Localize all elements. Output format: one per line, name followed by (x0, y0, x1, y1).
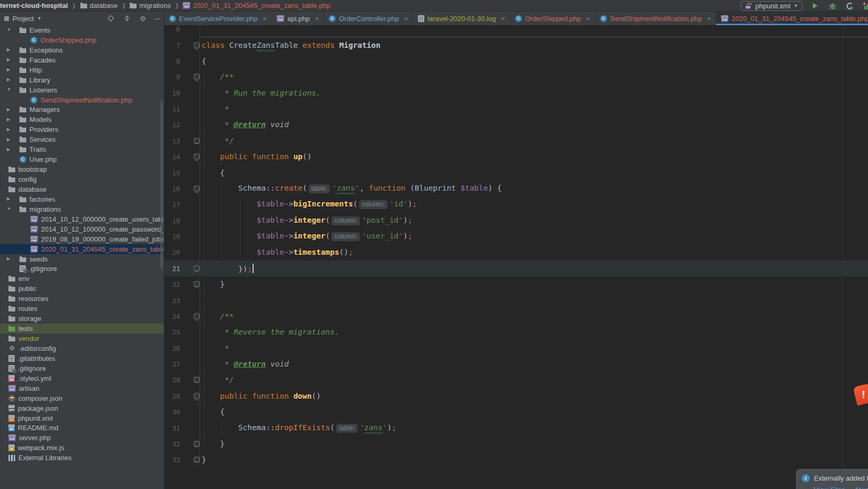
code-line[interactable]: 9 /** (164, 69, 868, 85)
tree-expand-arrow-icon[interactable]: ▶ (7, 137, 12, 142)
code-line[interactable]: 6 (164, 25, 868, 37)
code-line[interactable]: 12 * @return void (164, 117, 868, 132)
editor-tab[interactable]: CSendShipmentNotification.php× (595, 12, 716, 25)
breadcrumb-item[interactable]: 2020_01_31_204545_create_zans_table.php (183, 2, 330, 9)
tree-row[interactable]: ▶seeds (0, 254, 164, 264)
tree-row[interactable]: ▶Traits (0, 144, 164, 154)
tree-row[interactable]: COrderShipped.php (0, 35, 164, 45)
code-line[interactable]: 10 * Run the migrations. (164, 85, 868, 101)
tree-row[interactable]: .gitignore (0, 264, 164, 274)
tree-row[interactable]: ▼Events (0, 25, 164, 35)
tree-row[interactable]: 2014_10_12_100000_create_password_resets… (0, 224, 164, 234)
code-line[interactable]: 30 { (164, 404, 868, 420)
tree-expand-arrow-icon[interactable]: ▶ (0, 316, 1, 321)
tree-row[interactable]: ▶storage (0, 314, 164, 324)
tree-row[interactable]: ▶env (0, 274, 164, 284)
tree-row[interactable]: ▶routes (0, 304, 164, 314)
tree-row[interactable]: artisan (0, 383, 164, 393)
fold-end-icon[interactable] (194, 457, 200, 463)
code-line[interactable]: 7class CreateZansTable extends Migration (164, 37, 868, 53)
tree-row[interactable]: ▶Http (0, 65, 164, 75)
code-line[interactable]: 22 } (164, 276, 868, 292)
tree-expand-arrow-icon[interactable]: ▶ (7, 77, 12, 82)
run-configuration-dropdown[interactable]: PHP phpunit.xml ▼ (741, 1, 802, 11)
code-line[interactable]: 28 */ (164, 372, 868, 388)
editor-tab[interactable]: CEventServiceProvider.php× (164, 12, 272, 25)
fold-collapse-icon[interactable] (194, 313, 200, 319)
editor-tab[interactable]: laravel-2020-01-30.log× (413, 12, 510, 25)
breadcrumb-item[interactable]: ternet-cloud-hospital (0, 2, 68, 9)
code-line[interactable]: 20 $table->timestamps(); (164, 244, 868, 260)
code-line[interactable]: 17 $table->bigIncrements(column:'id'); (164, 196, 868, 212)
tree-row[interactable]: .gitattributes (0, 353, 164, 363)
code-line[interactable]: 25 * Reverse the migrations. (164, 324, 868, 340)
code-line[interactable]: 8{ (164, 53, 868, 69)
tree-row[interactable]: CSendShipmentNotification.php (0, 95, 164, 105)
tree-collapse-arrow-icon[interactable]: ▼ (7, 207, 12, 212)
tree-expand-arrow-icon[interactable]: ▶ (7, 127, 12, 132)
editor-tab[interactable]: api.php× (272, 12, 324, 25)
tree-row[interactable]: ▶Managers (0, 105, 164, 115)
code-line[interactable]: 15 { (164, 164, 868, 180)
tree-row[interactable]: ▶Providers (0, 124, 164, 134)
settings-gear-icon[interactable]: ⚙ (140, 15, 146, 23)
tree-row[interactable]: .gitignore (0, 363, 164, 373)
tree-row[interactable]: ▶Exceptions (0, 45, 164, 55)
code-line[interactable]: 19 $table->integer(column:'user_id'); (164, 228, 868, 244)
notification-link[interactable]: Always (854, 486, 868, 489)
run-button[interactable] (810, 1, 820, 11)
editor-tab[interactable]: 2020_01_31_204545_create_zans_table.php× (716, 12, 868, 25)
tree-expand-arrow-icon[interactable]: ▶ (7, 68, 12, 72)
tree-row[interactable]: ▼migrations (0, 204, 164, 214)
tree-expand-arrow-icon[interactable]: ▶ (7, 58, 12, 63)
tree-expand-arrow-icon[interactable]: ▶ (7, 256, 12, 261)
code-editor[interactable]: 67class CreateZansTable extends Migratio… (164, 25, 868, 489)
fold-end-icon[interactable] (194, 377, 200, 383)
tree-expand-arrow-icon[interactable]: ▶ (7, 48, 12, 53)
code-line[interactable]: 11 * (164, 101, 868, 117)
code-line[interactable]: 16 Schema::create(table:'zans', function… (164, 181, 868, 196)
project-panel-scrollbar[interactable] (160, 100, 163, 268)
code-line[interactable]: 27 * @return void (164, 356, 868, 372)
tree-row[interactable]: <>phpunit.xml (0, 413, 164, 423)
run-with-coverage-button[interactable] (845, 1, 854, 11)
tree-row[interactable]: composer.json (0, 393, 164, 403)
tree-row[interactable]: ▶config (0, 174, 164, 184)
editor-tab[interactable]: COrderShipped.php× (510, 12, 595, 25)
tree-expand-arrow-icon[interactable]: ▶ (0, 336, 1, 341)
tree-row[interactable]: ▶Services (0, 134, 164, 144)
tree-expand-arrow-icon[interactable]: ▶ (7, 107, 12, 112)
tree-row[interactable]: ▶tests (0, 324, 164, 334)
tree-row[interactable]: 2014_10_12_000000_create_users_table.php (0, 214, 164, 224)
tab-close-icon[interactable]: × (501, 15, 505, 23)
tree-row[interactable]: 2020_01_31_204545_create_zans_table.php (0, 244, 164, 254)
fold-end-icon[interactable] (194, 441, 200, 446)
tree-row[interactable]: ▼Listeners (0, 85, 164, 95)
tree-row[interactable]: ▶Library (0, 75, 164, 85)
tab-close-icon[interactable]: × (315, 15, 319, 23)
tab-close-icon[interactable]: × (263, 15, 267, 23)
notification-link[interactable]: View Files (814, 486, 845, 489)
fold-collapse-icon[interactable] (194, 185, 200, 191)
tree-expand-arrow-icon[interactable]: ▶ (0, 286, 1, 291)
tree-row[interactable]: ▼database (0, 184, 164, 194)
tab-close-icon[interactable]: × (586, 15, 590, 23)
tree-row[interactable]: YML.styleci.yml (0, 373, 164, 383)
code-line[interactable]: 29 public function down() (164, 388, 868, 404)
tree-expand-arrow-icon[interactable]: ▶ (0, 306, 1, 311)
tree-row[interactable]: npmpackage.json (0, 403, 164, 413)
tree-row[interactable]: CUser.php (0, 154, 164, 164)
profiler-button[interactable]: 0 (862, 1, 868, 11)
collapse-all-icon[interactable] (123, 15, 131, 22)
locate-icon[interactable] (107, 15, 114, 22)
code-line[interactable]: 18 $table->integer(column:'post_id'); (164, 213, 868, 228)
tree-expand-arrow-icon[interactable]: ▶ (0, 326, 1, 331)
tree-collapse-arrow-icon[interactable]: ▼ (7, 87, 12, 92)
tab-close-icon[interactable]: × (707, 15, 712, 23)
tree-expand-arrow-icon[interactable]: ▶ (7, 117, 12, 122)
breadcrumb-item[interactable]: migrations (130, 2, 171, 9)
tree-expand-arrow-icon[interactable]: ▶ (7, 197, 12, 202)
project-panel-title[interactable]: Project (13, 15, 34, 23)
tree-row[interactable]: ▶Facades (0, 55, 164, 65)
tree-row[interactable]: MDREADME.md (0, 423, 164, 433)
